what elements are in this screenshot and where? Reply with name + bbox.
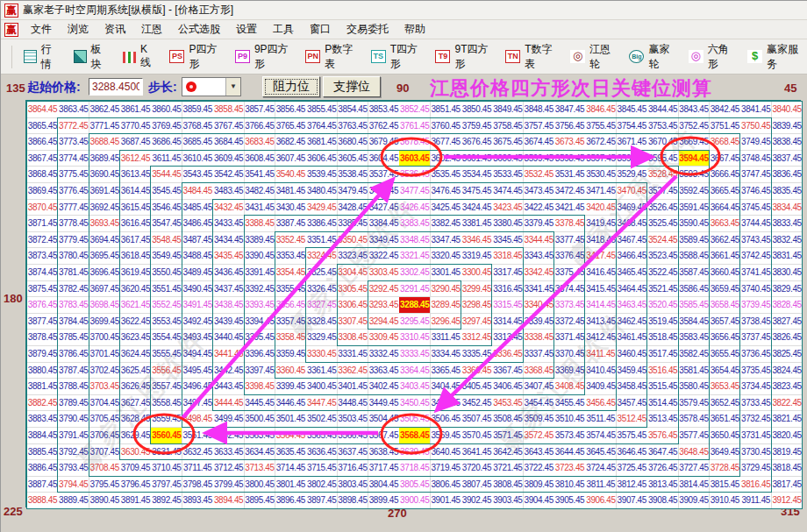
grid-cell: 3407.45: [524, 379, 555, 395]
menu-item-2[interactable]: 资讯: [96, 20, 133, 39]
grid-cell: 3614.45: [120, 183, 152, 200]
menu-item-0[interactable]: 文件: [23, 20, 60, 39]
price-square-grid[interactable]: 3864.453863.453862.453861.453860.453859.…: [25, 100, 801, 507]
grid-cell: 3758.45: [492, 118, 524, 135]
grid-cell: 3629.45: [120, 428, 152, 444]
grid-cell: 3485.45: [182, 200, 214, 216]
step-label: 步长:: [148, 80, 177, 96]
grid-cell: 3847.45: [554, 102, 586, 118]
toolbar-button-quotes-table[interactable]: 行情: [18, 39, 66, 75]
grid-cell: 3436.45: [213, 265, 245, 281]
grid-cell: 3532.45: [524, 167, 555, 183]
toolbar-button-t9-square[interactable]: T99T四方形: [429, 39, 497, 75]
menu-item-6[interactable]: 工具: [265, 20, 302, 39]
grid-cell: 3660.45: [710, 265, 741, 281]
resistance-button[interactable]: 阻力位: [262, 76, 320, 97]
start-price-input[interactable]: [89, 78, 143, 96]
menu-item-7[interactable]: 窗口: [302, 20, 339, 39]
grid-cell: 3704.45: [89, 395, 121, 412]
angle-label-225: 225: [4, 505, 23, 518]
grid-cell: 3851.45: [431, 102, 462, 118]
grid-cell: 3354.45: [275, 265, 307, 281]
grid-cell: 3498.45: [182, 411, 214, 428]
grid-cell: 3868.45: [27, 167, 59, 183]
grid-cell: 3335.45: [461, 346, 493, 363]
grid-cell: 3476.45: [431, 183, 462, 200]
grid-cell: 3638.45: [368, 444, 400, 461]
grid-cell: 3616.45: [120, 216, 152, 232]
toolbar-button-p-square[interactable]: PSP四方形: [163, 39, 226, 75]
grid-cell: 3566.45: [338, 428, 369, 444]
grid-cell: 3341.45: [524, 281, 555, 298]
menu-item-4[interactable]: 公式选股: [170, 20, 228, 39]
grid-cell: 3361.45: [306, 363, 338, 379]
grid-cell: 3511.45: [585, 411, 617, 428]
grid-cell: 3424.45: [461, 200, 493, 216]
menu-item-3[interactable]: 江恩: [133, 20, 170, 39]
grid-cell: 3336.45: [492, 346, 524, 363]
grid-cell: 3608.45: [245, 151, 276, 167]
grid-cell: 3877.45: [27, 314, 59, 330]
grid-cell: 3797.45: [151, 477, 182, 493]
grid-cell: 3390.45: [245, 248, 276, 265]
grid-cell: 3302.45: [399, 265, 431, 281]
grid-cell: 3652.45: [710, 395, 741, 412]
toolbar-button-kline[interactable]: K线: [117, 39, 161, 74]
toolbar-button-p9-square[interactable]: P99P四方形: [229, 39, 297, 75]
menu-item-8[interactable]: 交易委托: [339, 20, 396, 39]
toolbar-button-p-number[interactable]: PNP数字表: [299, 39, 362, 75]
grid-cell: 3496.45: [182, 379, 214, 395]
step-dropdown[interactable]: ▼: [182, 77, 241, 96]
grid-cell: 3799.45: [213, 477, 245, 493]
grid-cell: 3382.45: [431, 216, 462, 232]
grid-cell: 3486.45: [182, 216, 214, 232]
grid-cell: 3724.45: [585, 460, 617, 477]
grid-cell: 3703.45: [89, 379, 121, 395]
grid-cell: 3645.45: [585, 444, 617, 461]
grid-cell: 3697.45: [89, 281, 121, 298]
grid-cell: 3510.45: [554, 411, 586, 428]
grid-cell: 3421.45: [554, 200, 586, 216]
grid-cell: 3798.45: [182, 477, 214, 493]
menu-item-9[interactable]: 帮助: [396, 20, 433, 39]
menu-item-1[interactable]: 浏览: [60, 20, 96, 39]
grid-cell: 3490.45: [182, 281, 214, 298]
grid-cell: 3634.45: [245, 444, 276, 461]
grid-cell: 3466.45: [617, 248, 648, 265]
dropdown-arrow-icon[interactable]: ▼: [225, 78, 240, 96]
grid-cell: 3720.45: [461, 460, 493, 477]
toolbar-button-hexagon[interactable]: ◎六角形: [682, 39, 739, 75]
toolbar-button-service[interactable]: $赢家服务: [741, 39, 807, 75]
winner-wheel-icon: Big: [629, 50, 644, 63]
grid-cell: 3848.45: [524, 102, 555, 118]
grid-cell: 3778.45: [58, 216, 89, 232]
grid-cell: 3849.45: [492, 102, 524, 118]
grid-cell: 3816.45: [740, 477, 772, 493]
grid-cell: 3562.45: [213, 428, 245, 444]
menu-item-5[interactable]: 设置: [228, 20, 265, 39]
grid-cell: 3387.45: [275, 216, 307, 232]
grid-cell: 3564.45: [275, 428, 307, 444]
grid-cell: 3709.45: [120, 460, 152, 477]
grid-cell: 3640.45: [431, 444, 462, 461]
grid-cell: 3822.45: [772, 395, 803, 412]
grid-cell: 3699.45: [89, 314, 121, 330]
toolbar-button-gann-wheel[interactable]: ◎江恩轮: [564, 39, 621, 75]
angle-label-90: 90: [396, 82, 409, 95]
grid-cell: 3842.45: [710, 102, 741, 118]
toolbar-button-t-number[interactable]: TNT数字表: [499, 39, 562, 75]
grid-cell: 3545.45: [151, 183, 182, 200]
grid-cell: 3558.45: [151, 395, 182, 412]
grid-cell: 3460.45: [617, 346, 648, 363]
toolbar-label: 行情: [41, 42, 60, 72]
grid-cell: 3339.45: [524, 314, 555, 330]
toolbar-button-t-square[interactable]: TST四方形: [365, 39, 428, 75]
toolbar-button-winner-wheel[interactable]: Big赢家轮: [623, 39, 680, 75]
grid-cell: 3574.45: [585, 428, 617, 444]
grid-cell: 3668.45: [710, 134, 741, 151]
toolbar-label: K线: [140, 43, 155, 70]
grid-cell: 3750.45: [740, 118, 772, 135]
toolbar-button-sectors[interactable]: 板块: [68, 39, 116, 75]
grid-cell: 3504.45: [368, 411, 400, 428]
support-button[interactable]: 支撑位: [323, 76, 381, 97]
